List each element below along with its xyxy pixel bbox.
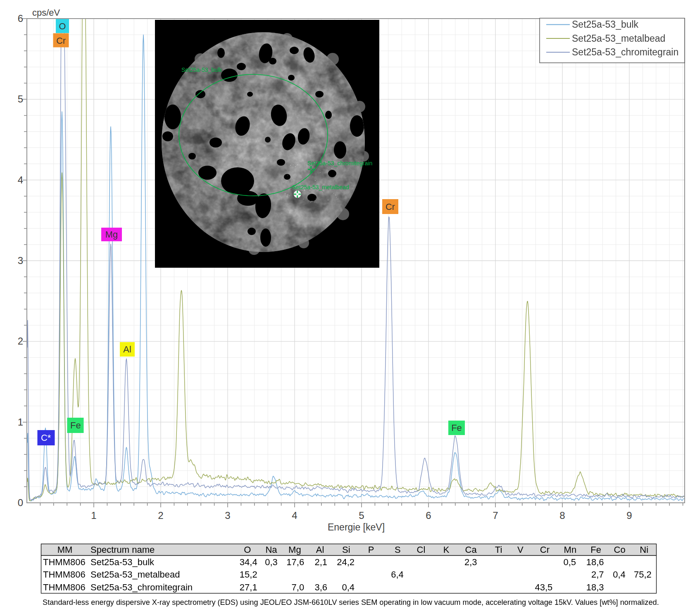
svg-text:7: 7	[493, 510, 498, 521]
svg-text:6: 6	[426, 510, 431, 521]
svg-text:Set25a-53_metalbead: Set25a-53_metalbead	[292, 184, 349, 190]
svg-text:Cr: Cr	[386, 202, 395, 212]
svg-text:Set25a-53_bulk: Set25a-53_bulk	[90, 557, 155, 567]
svg-text:1: 1	[18, 416, 23, 428]
svg-text:Ca: Ca	[465, 545, 477, 555]
svg-text:Al: Al	[123, 344, 131, 354]
svg-text:17,6: 17,6	[286, 557, 304, 567]
svg-text:6,4: 6,4	[391, 569, 404, 580]
svg-text:S: S	[395, 545, 401, 555]
svg-text:Set25a-53_bulk: Set25a-53_bulk	[572, 19, 639, 30]
svg-text:Set25a-53_chromitegrain: Set25a-53_chromitegrain	[307, 160, 372, 166]
svg-text:THMM806: THMM806	[43, 557, 86, 567]
svg-text:Cl: Cl	[417, 545, 426, 555]
svg-text:Mg: Mg	[105, 229, 118, 240]
svg-text:15,2: 15,2	[240, 569, 257, 580]
svg-text:4: 4	[292, 510, 297, 521]
svg-text:Energie [keV]: Energie [keV]	[328, 522, 385, 533]
svg-text:Mg: Mg	[288, 545, 301, 555]
svg-text:Si: Si	[342, 545, 350, 555]
svg-text:34,4: 34,4	[240, 557, 257, 567]
svg-text:18,3: 18,3	[586, 582, 604, 592]
svg-text:24,2: 24,2	[337, 557, 355, 567]
svg-text:4: 4	[18, 174, 23, 186]
svg-text:2: 2	[18, 335, 23, 347]
svg-text:27,1: 27,1	[240, 582, 257, 592]
svg-text:THMM806: THMM806	[43, 569, 86, 580]
svg-text:9: 9	[626, 510, 632, 521]
svg-text:0,5: 0,5	[563, 557, 576, 567]
svg-text:18,6: 18,6	[586, 557, 604, 567]
svg-text:Ti: Ti	[495, 545, 502, 555]
svg-text:cps/eV: cps/eV	[32, 7, 60, 18]
svg-text:3: 3	[18, 255, 23, 266]
svg-text:2,3: 2,3	[464, 557, 477, 567]
svg-text:Cr: Cr	[56, 36, 66, 46]
svg-text:Fe: Fe	[70, 420, 81, 430]
svg-text:Cr: Cr	[540, 545, 550, 555]
svg-text:0,3: 0,3	[265, 557, 278, 567]
svg-text:Mn: Mn	[564, 545, 577, 555]
svg-text:O: O	[59, 21, 66, 31]
svg-text:3: 3	[225, 510, 230, 521]
svg-text:K: K	[443, 545, 450, 555]
svg-text:Fe: Fe	[590, 545, 601, 555]
svg-text:Set25a-53_bulk: Set25a-53_bulk	[181, 67, 222, 73]
svg-text:8: 8	[559, 510, 565, 521]
svg-text:0,4: 0,4	[613, 569, 626, 580]
svg-text:43,5: 43,5	[535, 582, 552, 592]
svg-text:Set25a-53_chromitegrain: Set25a-53_chromitegrain	[90, 582, 193, 592]
svg-text:C*: C*	[41, 433, 51, 443]
svg-text:2,7: 2,7	[591, 569, 604, 580]
svg-text:P: P	[368, 545, 374, 555]
svg-text:Co: Co	[614, 545, 626, 555]
svg-text:0,4: 0,4	[342, 582, 355, 592]
svg-text:5: 5	[359, 510, 364, 521]
svg-text:Ni: Ni	[640, 545, 648, 555]
svg-text:2,1: 2,1	[314, 557, 327, 567]
svg-text:Set25a-53_chromitegrain: Set25a-53_chromitegrain	[572, 47, 678, 57]
svg-text:2: 2	[158, 510, 163, 521]
svg-text:7,0: 7,0	[292, 582, 305, 592]
svg-text:V: V	[517, 545, 524, 555]
svg-text:Standard-less energy dispersiv: Standard-less energy dispersive X-ray sp…	[43, 598, 659, 606]
svg-text:Fe: Fe	[451, 423, 462, 433]
svg-text:3,6: 3,6	[314, 582, 327, 592]
svg-text:Spectrum name: Spectrum name	[90, 545, 155, 555]
svg-text:MM: MM	[57, 545, 73, 555]
svg-text:THMM806: THMM806	[43, 582, 86, 592]
svg-text:Al: Al	[316, 545, 324, 555]
svg-text:Set25a-53_metalbead: Set25a-53_metalbead	[90, 569, 180, 580]
svg-text:0: 0	[18, 497, 23, 508]
svg-text:1: 1	[91, 510, 96, 521]
svg-text:O: O	[244, 545, 251, 555]
svg-text:5: 5	[18, 93, 23, 105]
svg-text:Set25a-53_metalbead: Set25a-53_metalbead	[572, 33, 665, 44]
svg-text:75,2: 75,2	[634, 569, 652, 580]
svg-text:6: 6	[18, 13, 23, 24]
svg-text:Na: Na	[265, 545, 277, 555]
